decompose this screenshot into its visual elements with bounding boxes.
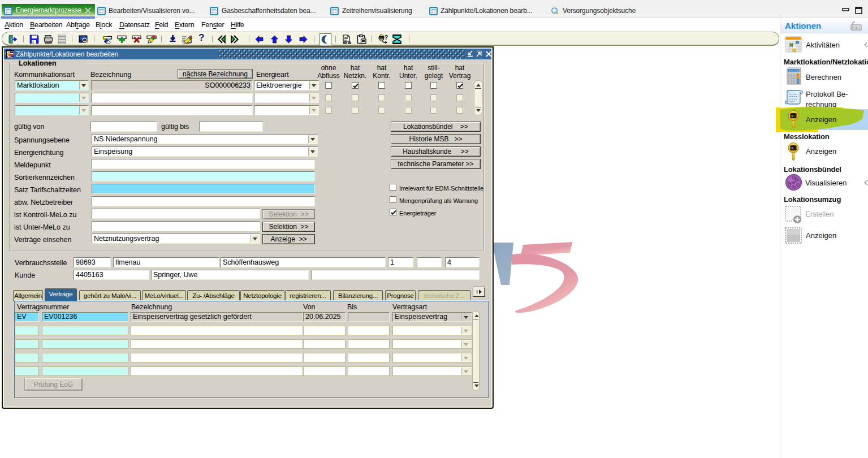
svg-text:?: ? xyxy=(385,34,388,41)
svg-text:0.: 0. xyxy=(791,146,795,150)
svg-text:0.: 0. xyxy=(791,114,795,118)
